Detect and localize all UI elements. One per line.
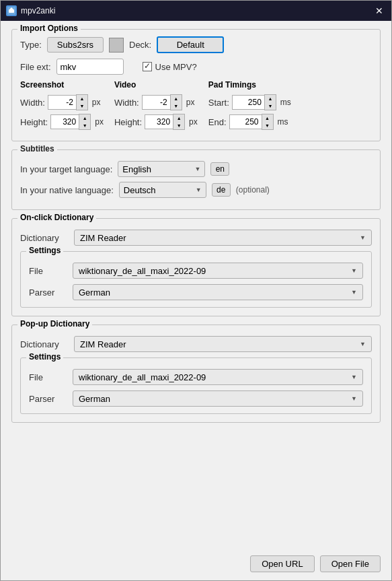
video-width-input[interactable] [142,95,170,110]
target-lang-row: In your target language: English ▼ en [20,161,372,177]
screenshot-height-down[interactable]: ▼ [79,122,90,129]
pad-timings-title: Pad Timings [208,80,291,90]
onclick-dict-arrow: ▼ [360,234,366,241]
screenshot-height-up[interactable]: ▲ [79,114,90,122]
onclick-parser-row: Parser German ▼ [29,284,363,300]
screenshot-width-spinbtns: ▲ ▼ [76,94,88,110]
pad-end-unit: ms [278,117,288,127]
video-height-up[interactable]: ▲ [173,114,184,122]
use-mpv-checkbox[interactable] [143,62,152,71]
popup-parser-label: Parser [29,394,66,404]
pad-timings-section: Pad Timings Start: ▲ ▼ ms En [208,80,291,130]
onclick-parser-dropdown[interactable]: German ▼ [73,284,363,300]
pad-end-label: End: [208,117,227,127]
pad-start-up[interactable]: ▲ [265,95,276,102]
popup-file-row: File wiktionary_de_all_maxi_2022-09 ▼ [29,369,363,385]
open-url-button[interactable]: Open URL [250,555,314,572]
video-height-spinbtns: ▲ ▼ [173,114,185,130]
popup-file-label: File [29,372,66,382]
target-lang-label: In your target language: [20,164,112,174]
popup-settings-box: Settings File wiktionary_de_all_maxi_202… [20,357,372,414]
onclick-dict-title: On-click Dictionary [17,213,96,222]
main-window: mpv2anki ✕ Import Options Type: Subs2srs… [0,0,392,581]
screenshot-section: Screenshot Width: ▲ ▼ px Hei [20,80,104,130]
title-bar-title: mpv2anki [21,6,55,15]
target-lang-arrow: ▼ [194,166,200,172]
video-height-input[interactable] [145,114,173,129]
onclick-file-arrow: ▼ [351,267,357,274]
target-lang-dropdown[interactable]: English ▼ [118,161,205,177]
onclick-file-label: File [29,266,66,276]
screenshot-width-down[interactable]: ▼ [77,102,87,110]
pad-end-row: End: ▲ ▼ ms [208,114,291,130]
video-height-label: Height: [114,117,142,127]
onclick-file-row: File wiktionary_de_all_maxi_2022-09 ▼ [29,263,363,279]
pad-start-input[interactable] [232,95,264,110]
native-lang-label: In your native language: [20,185,114,195]
popup-dict-arrow: ▼ [360,341,366,347]
screenshot-width-input[interactable] [48,95,76,110]
onclick-file-dropdown[interactable]: wiktionary_de_all_maxi_2022-09 ▼ [73,263,363,279]
video-title: Video [114,80,198,90]
popup-file-arrow: ▼ [351,374,357,380]
popup-parser-dropdown[interactable]: German ▼ [73,390,363,407]
popup-parser-arrow: ▼ [351,395,357,402]
footer: Open URL Open File [1,550,391,580]
native-lang-arrow: ▼ [196,186,202,193]
onclick-parser-value: German [79,287,110,298]
onclick-settings-title: Settings [26,246,63,255]
subtitles-title: Subtitles [17,144,57,153]
popup-file-dropdown[interactable]: wiktionary_de_all_maxi_2022-09 ▼ [73,369,363,385]
screenshot-title: Screenshot [20,80,104,90]
screenshot-width-up[interactable]: ▲ [77,95,87,102]
native-lang-dropdown[interactable]: Deutsch ▼ [119,182,206,198]
file-ext-input[interactable] [56,59,124,75]
import-options-title: Import Options [17,24,81,33]
onclick-parser-arrow: ▼ [351,289,357,296]
popup-dict-dropdown[interactable]: ZIM Reader ▼ [74,336,372,352]
screenshot-height-row: Height: ▲ ▼ px [20,114,104,130]
title-bar-left: mpv2anki [6,5,55,16]
video-width-down[interactable]: ▼ [171,102,182,110]
screenshot-height-spin: ▲ ▼ [50,114,91,130]
open-file-button[interactable]: Open File [320,555,381,572]
main-content: Import Options Type: Subs2srs Deck: Defa… [1,21,391,550]
onclick-parser-label: Parser [29,287,66,298]
target-lang-code: en [210,162,229,176]
file-ext-label: File ext: [20,62,51,72]
popup-dict-group: Pop-up Dictionary Dictionary ZIM Reader … [11,324,381,423]
onclick-dict-dropdown[interactable]: ZIM Reader ▼ [74,230,372,246]
pad-start-spinbtns: ▲ ▼ [264,94,276,110]
video-width-up[interactable]: ▲ [171,95,182,102]
close-button[interactable]: ✕ [373,4,386,18]
pad-end-down[interactable]: ▼ [262,122,273,129]
screenshot-width-label: Width: [20,98,45,108]
video-section: Video Width: ▲ ▼ px Height: [114,80,198,130]
svg-rect-1 [9,9,14,13]
onclick-dict-value: ZIM Reader [80,233,126,243]
video-height-down[interactable]: ▼ [173,122,184,129]
popup-dict-row: Dictionary ZIM Reader ▼ [20,336,372,352]
pad-end-up[interactable]: ▲ [262,114,273,122]
onclick-dict-group: On-click Dictionary Dictionary ZIM Reade… [11,218,381,316]
popup-dict-value: ZIM Reader [80,339,126,349]
onclick-dict-row: Dictionary ZIM Reader ▼ [20,230,372,246]
native-lang-code: de [212,183,231,197]
pad-end-spinbtns: ▲ ▼ [262,114,274,130]
pad-start-label: Start: [208,98,229,108]
color-swatch[interactable] [109,38,124,53]
title-bar: mpv2anki ✕ [1,1,391,21]
pad-start-down[interactable]: ▼ [265,102,276,110]
use-mpv-label: Use MPV? [155,62,197,72]
popup-settings-title: Settings [26,352,63,362]
type-button[interactable]: Subs2srs [47,37,104,53]
popup-dict-label: Dictionary [20,339,67,349]
deck-button[interactable]: Default [157,36,224,53]
app-icon [6,5,17,16]
screenshot-height-label: Height: [20,117,48,127]
pad-end-spin: ▲ ▼ [229,114,274,130]
onclick-settings-box: Settings File wiktionary_de_all_maxi_202… [20,251,372,308]
pad-end-input[interactable] [229,114,262,129]
screenshot-height-input[interactable] [50,114,79,129]
onclick-dict-label: Dictionary [20,233,67,243]
